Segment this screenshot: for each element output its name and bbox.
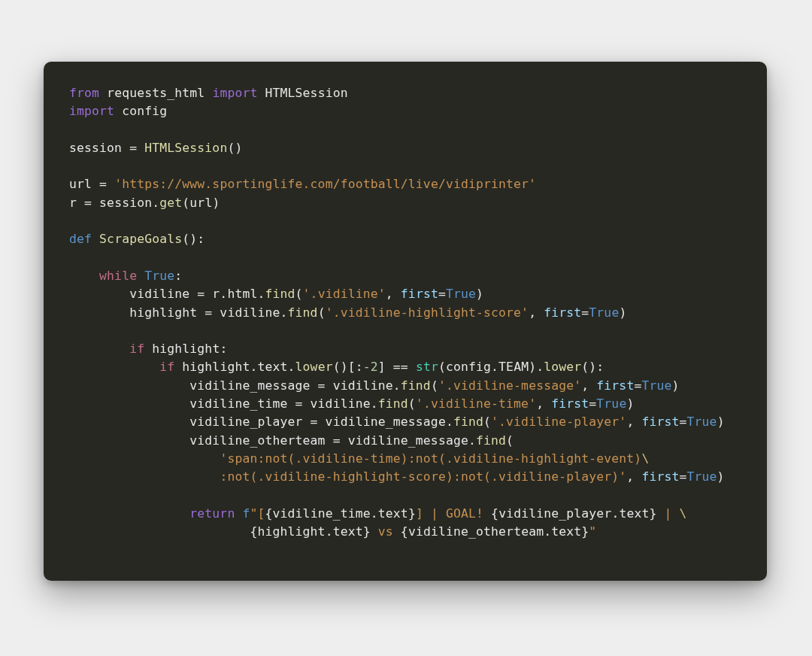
code-snippet-card: from requests_html import HTMLSession im… [44, 62, 767, 581]
kw-def: def [69, 232, 92, 246]
line-continuation: \ [680, 506, 687, 521]
module-requests-html: requests_html [107, 86, 205, 100]
kw-from: from [69, 86, 99, 100]
builtin-str: str [416, 360, 438, 374]
kw-while: while [99, 269, 137, 283]
call-htmlsession: HTMLSession [144, 141, 227, 155]
code-block: from requests_html import HTMLSession im… [69, 84, 741, 541]
const-true: True [144, 269, 174, 283]
var-r: r [69, 196, 77, 210]
var-url: url [69, 177, 92, 191]
funcname-scrapegoals: ScrapeGoals [99, 232, 182, 246]
line-continuation: \ [641, 451, 649, 466]
fstring-prefix: f [242, 506, 250, 521]
kw-if: if [129, 342, 144, 356]
kw-import: import [212, 86, 257, 100]
kw-return: return [189, 506, 235, 521]
kw-import: import [69, 104, 114, 118]
var-session: session [69, 141, 122, 155]
string-url: 'https://www.sportinglife.com/football/l… [114, 177, 536, 191]
module-config: config [122, 104, 167, 118]
call-get: get [159, 196, 182, 210]
symbol-htmlsession: HTMLSession [265, 86, 348, 100]
